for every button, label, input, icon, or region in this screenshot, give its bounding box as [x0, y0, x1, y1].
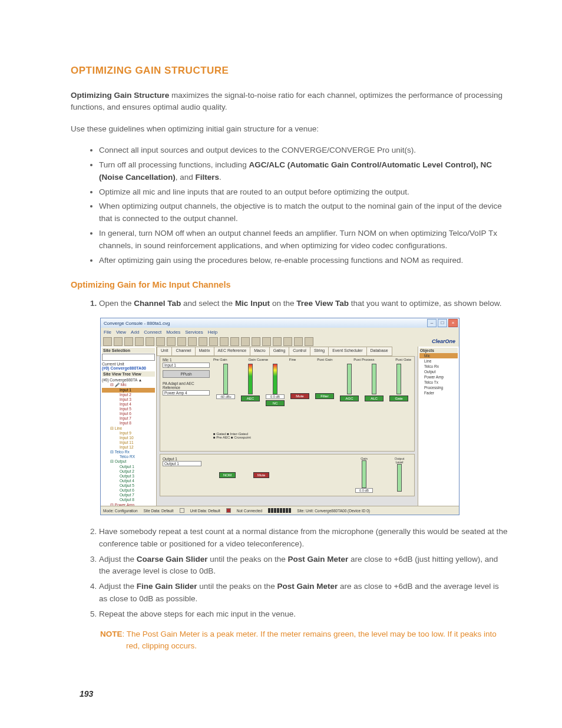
window-title: Converge Console - 880ta1.cvg: [104, 321, 170, 326]
toolbar-icon[interactable]: [273, 337, 282, 346]
minimize-icon[interactable]: –: [427, 319, 437, 327]
intro-paragraph: Optimizing Gain Structure maximizes the …: [71, 90, 509, 114]
window-titlebar: Converge Console - 880ta1.cvg – □ ×: [101, 318, 459, 328]
step-item: Adjust the Fine Gain Slider until the pe…: [99, 581, 509, 605]
toolbar-icon[interactable]: [262, 337, 271, 346]
toolbar-icon[interactable]: [167, 337, 176, 346]
toolbar-icon[interactable]: [241, 337, 250, 346]
guidelines-list: Connect all input sources and output dev…: [71, 144, 509, 267]
page-number: 193: [80, 689, 93, 699]
nc-button[interactable]: NC: [266, 400, 285, 406]
bullet-item: Connect all input sources and output dev…: [99, 144, 509, 157]
steps-list-2: Have somebody repeat a test count at a n…: [71, 526, 509, 620]
bullet-item: Turn off all processing functions, inclu…: [99, 159, 509, 184]
toolbar-icon[interactable]: [103, 337, 112, 346]
agc-button[interactable]: AGC: [340, 396, 359, 401]
toolbar-icon[interactable]: [199, 337, 207, 346]
bullet-item: Optimize all mic and line inputs that ar…: [99, 186, 509, 199]
brand-logo: ClearOne: [432, 338, 455, 344]
note-block: NOTE: The Post Gain Meter is a peak mete…: [100, 628, 509, 653]
close-icon[interactable]: ×: [448, 319, 458, 327]
mute-button-output[interactable]: Mute: [253, 472, 269, 478]
menu-bar[interactable]: FileViewAddConnectModesServicesHelp: [101, 328, 459, 336]
bullet-item: In general, turn NOM off when an output …: [99, 228, 509, 252]
mute-button[interactable]: Mute: [290, 393, 309, 399]
app-screenshot: Converge Console - 880ta1.cvg – □ × File…: [100, 318, 459, 515]
toolbar-icon[interactable]: [294, 337, 303, 346]
step-item: Repeat the above steps for each mic inpu…: [99, 608, 509, 620]
ppush-button[interactable]: PPush: [163, 370, 210, 378]
toolbar-icon[interactable]: [220, 337, 229, 346]
guidelines-lead: Use these guidelines when optimizing ini…: [71, 123, 509, 135]
filter-button[interactable]: Filter: [315, 393, 334, 399]
toolbar-icon[interactable]: [230, 337, 239, 346]
maximize-icon[interactable]: □: [438, 319, 447, 327]
toolbar-icon[interactable]: [135, 337, 144, 346]
gate-button[interactable]: Gate: [389, 396, 408, 401]
alc-button[interactable]: ALC: [365, 396, 384, 401]
tab-bar[interactable]: UnitChannelMatrixAEC ReferenceMacroGatin…: [157, 347, 418, 356]
tree-item-selected: Input 1: [102, 388, 155, 393]
step-item: Adjust the Coarse Gain Slider until the …: [99, 554, 509, 578]
section-title: OPTIMIZING GAIN STRUCTURE: [71, 65, 509, 77]
step-item: Have somebody repeat a test count at a n…: [99, 526, 509, 550]
bullet-item: When optimizing output channels, the obj…: [99, 200, 509, 225]
routing-legend: ■ Gated ■ Inter-Gated ■ Pre AEC ■ Crossp…: [213, 432, 251, 439]
toolbar[interactable]: ClearOne: [101, 336, 459, 347]
tree-view-panel[interactable]: Site Selection Current Unit (#0) Converg…: [101, 347, 157, 506]
steps-list-1: Open the Channel Tab and select the Mic …: [71, 298, 509, 309]
toolbar-icon[interactable]: [305, 337, 313, 346]
toolbar-icon[interactable]: [252, 337, 260, 346]
toolbar-icon[interactable]: [146, 337, 154, 346]
status-bar: Mode: Configuration Site Data: Default U…: [101, 506, 459, 515]
toolbar-icon[interactable]: [156, 337, 165, 346]
aec-button[interactable]: AEC: [241, 396, 260, 401]
bullet-item: After optimizing gain using the procedur…: [99, 255, 509, 267]
toolbar-icon[interactable]: [283, 337, 292, 346]
toolbar-icon[interactable]: [124, 337, 133, 346]
toolbar-icon[interactable]: [209, 337, 218, 346]
channel-panel: UnitChannelMatrixAEC ReferenceMacroGatin…: [157, 347, 418, 506]
toolbar-icon[interactable]: [177, 337, 186, 346]
nom-button[interactable]: NOM: [219, 472, 236, 478]
toolbar-icon[interactable]: [188, 337, 197, 346]
step-item: Open the Channel Tab and select the Mic …: [99, 298, 509, 309]
toolbar-icon[interactable]: [114, 337, 123, 346]
objects-panel[interactable]: Objects Mic Line Telco Rx Output Power A…: [418, 347, 459, 506]
sub-heading: Optimizing Gain for Mic Input Channels: [71, 280, 509, 289]
